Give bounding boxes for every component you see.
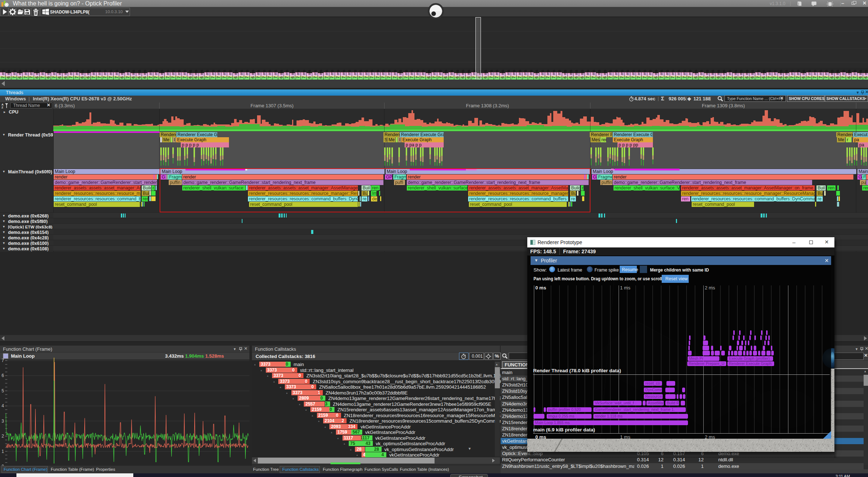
svg-text:5: 5 <box>1 388 4 393</box>
svg-text:6: 6 <box>1 373 4 378</box>
svg-text:2: 2 <box>1 434 4 439</box>
svg-text:3: 3 <box>1 419 4 424</box>
svg-text:7: 7 <box>1 358 4 363</box>
svg-text:4: 4 <box>1 403 4 408</box>
svg-text:1: 1 <box>1 449 4 454</box>
